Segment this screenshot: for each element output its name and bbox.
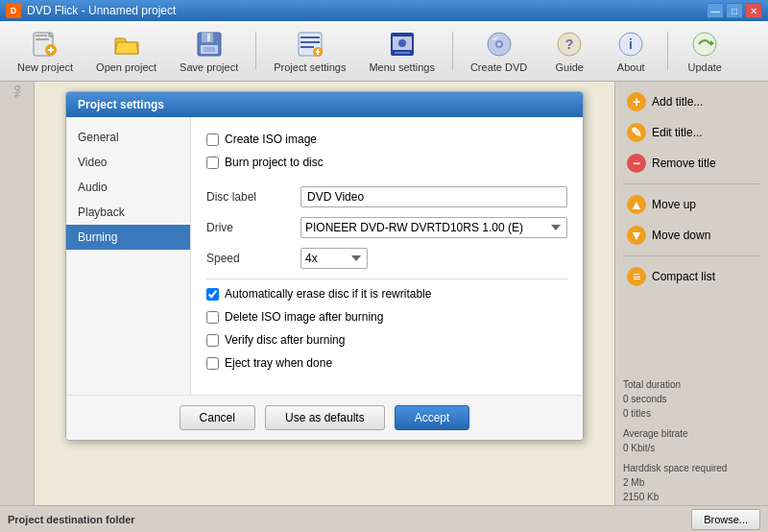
right-stats: Total duration 0 seconds 0 titles Averag… xyxy=(623,377,760,504)
update-icon xyxy=(689,29,720,60)
app-icon: D xyxy=(6,3,21,18)
auto-erase-checkbox[interactable] xyxy=(206,288,219,301)
toolbar-save-project[interactable]: Save project xyxy=(170,25,248,77)
sidebar-item-video[interactable]: Video xyxy=(66,150,190,175)
add-icon: + xyxy=(627,92,646,111)
delete-iso-row: Delete ISO image after burning xyxy=(206,310,567,324)
left-strip: 0% xyxy=(0,82,35,512)
move-up-label: Move up xyxy=(652,198,696,211)
dialog-title: Project settings xyxy=(66,92,583,117)
menu-settings-icon xyxy=(387,29,418,60)
total-duration-value: 0 seconds xyxy=(623,392,760,406)
speed-select[interactable]: 1x 2x 4x 8x Maximum xyxy=(300,248,368,269)
compact-icon: ≡ xyxy=(627,267,646,286)
svg-rect-14 xyxy=(300,41,320,43)
maximize-button[interactable]: □ xyxy=(726,3,743,18)
use-as-defaults-button[interactable]: Use as defaults xyxy=(265,405,385,430)
eject-tray-checkbox[interactable] xyxy=(206,357,219,370)
dialog-separator xyxy=(206,278,567,279)
verify-disc-checkbox[interactable] xyxy=(206,334,219,347)
update-label: Update xyxy=(687,61,721,73)
main-area: 0% Project settings General Video Audio … xyxy=(0,82,768,512)
create-dvd-icon xyxy=(484,29,515,60)
right-separator-1 xyxy=(623,183,760,184)
speed-label: Speed xyxy=(206,252,293,265)
move-down-icon: ▼ xyxy=(627,226,646,245)
total-duration-label: Total duration xyxy=(623,377,760,392)
status-label: Project destination folder xyxy=(8,514,135,525)
edit-icon: ✎ xyxy=(627,123,646,142)
dialog-main-content: Create ISO image Burn project to disc Di… xyxy=(191,117,583,395)
burn-project-label: Burn project to disc xyxy=(225,156,324,169)
guide-icon: ? xyxy=(554,29,585,60)
svg-rect-6 xyxy=(50,47,52,53)
svg-rect-22 xyxy=(395,52,410,54)
move-down-label: Move down xyxy=(652,229,710,242)
sidebar-item-playback[interactable]: Playback xyxy=(66,200,190,225)
edit-title-button[interactable]: ✎ Edit title... xyxy=(623,120,760,145)
status-bar: Project destination folder Browse... xyxy=(0,505,768,532)
compact-list-button[interactable]: ≡ Compact list xyxy=(623,264,760,289)
browse-button[interactable]: Browse... xyxy=(691,509,760,530)
toolbar-create-dvd[interactable]: Create DVD xyxy=(461,25,537,77)
new-project-icon xyxy=(30,29,60,60)
svg-rect-13 xyxy=(300,36,320,38)
move-up-icon: ▲ xyxy=(627,195,646,214)
toolbar-update[interactable]: Update xyxy=(676,25,733,77)
cancel-button[interactable]: Cancel xyxy=(180,405,255,430)
move-up-button[interactable]: ▲ Move up xyxy=(623,192,760,217)
sidebar-item-audio[interactable]: Audio xyxy=(66,175,190,200)
harddisk-space-label: Harddisk space required xyxy=(623,461,760,475)
remove-title-button[interactable]: − Remove title xyxy=(623,151,760,176)
eject-tray-label: Eject tray when done xyxy=(225,356,332,370)
left-strip-label: 0% xyxy=(12,85,22,98)
drive-label: Drive xyxy=(206,221,293,234)
create-iso-checkbox[interactable] xyxy=(206,133,219,146)
toolbar-menu-settings[interactable]: Menu settings xyxy=(359,25,444,77)
create-dvd-label: Create DVD xyxy=(470,61,527,73)
accept-button[interactable]: Accept xyxy=(395,405,470,430)
save-project-label: Save project xyxy=(180,61,238,73)
average-bitrate-label: Average bitrate xyxy=(623,426,760,441)
toolbar-project-settings[interactable]: Project settings xyxy=(264,25,355,77)
close-button[interactable]: ✕ xyxy=(745,3,762,18)
disc-label-input[interactable] xyxy=(300,186,567,207)
toolbar-about[interactable]: i About xyxy=(602,25,660,77)
toolbar-new-project[interactable]: New project xyxy=(8,25,83,77)
project-settings-icon xyxy=(295,29,325,60)
delete-iso-label: Delete ISO image after burning xyxy=(225,310,383,324)
new-project-label: New project xyxy=(17,61,73,73)
move-down-button[interactable]: ▼ Move down xyxy=(623,223,760,248)
svg-rect-15 xyxy=(300,46,314,48)
toolbar-open-project[interactable]: Open project xyxy=(86,25,166,77)
minimize-button[interactable]: — xyxy=(707,3,724,18)
verify-disc-label: Verify disc after burning xyxy=(225,333,345,347)
remove-title-label: Remove title xyxy=(652,157,716,170)
total-titles-value: 0 titles xyxy=(623,406,760,421)
toolbar-guide[interactable]: ? Guide xyxy=(540,25,598,77)
project-settings-label: Project settings xyxy=(274,61,346,73)
sidebar-item-general[interactable]: General xyxy=(66,125,190,150)
drive-select[interactable]: PIONEER DVD-RW DVRTD10RS 1.00 (E) xyxy=(300,217,567,238)
speed-row: Speed 1x 2x 4x 8x Maximum xyxy=(206,248,567,269)
toolbar: New project Open project Save project xyxy=(0,21,768,82)
guide-label: Guide xyxy=(556,61,584,73)
about-label: About xyxy=(617,61,645,73)
create-iso-row: Create ISO image xyxy=(206,133,567,146)
svg-rect-9 xyxy=(207,34,210,41)
compact-list-label: Compact list xyxy=(652,270,715,283)
add-title-button[interactable]: + Add title... xyxy=(623,89,760,114)
toolbar-separator-1 xyxy=(255,32,256,70)
toolbar-separator-3 xyxy=(667,32,668,70)
about-icon: i xyxy=(615,29,646,60)
right-separator-2 xyxy=(623,255,760,256)
sidebar-item-burning[interactable]: Burning xyxy=(66,225,190,250)
remove-icon: − xyxy=(627,154,646,173)
project-settings-dialog: Project settings General Video Audio Pla… xyxy=(65,91,584,441)
window-controls: — □ ✕ xyxy=(707,3,762,18)
delete-iso-checkbox[interactable] xyxy=(206,311,219,324)
burn-project-checkbox[interactable] xyxy=(206,157,219,169)
disc-label-label: Disc label xyxy=(206,190,293,204)
edit-title-label: Edit title... xyxy=(652,126,703,139)
svg-rect-1 xyxy=(36,35,47,36)
